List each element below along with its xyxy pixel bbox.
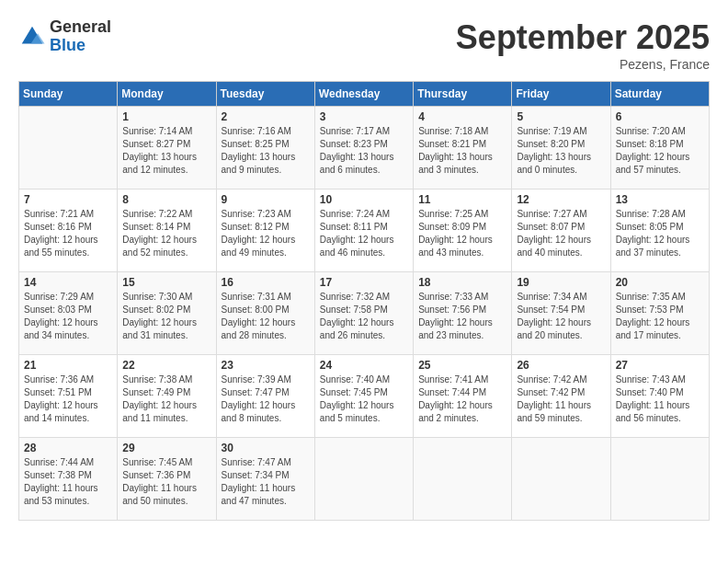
day-number: 28	[24, 442, 112, 454]
header-friday: Friday	[512, 82, 610, 107]
calendar-cell	[414, 438, 512, 521]
day-info: Sunrise: 7:32 AM Sunset: 7:58 PM Dayligh…	[320, 291, 408, 342]
day-number: 16	[222, 276, 310, 289]
day-info: Sunrise: 7:24 AM Sunset: 8:11 PM Dayligh…	[320, 208, 408, 259]
day-info: Sunrise: 7:25 AM Sunset: 8:09 PM Dayligh…	[418, 208, 506, 259]
header-row: SundayMondayTuesdayWednesdayThursdayFrid…	[19, 82, 710, 107]
header-thursday: Thursday	[414, 82, 512, 107]
calendar-cell: 25Sunrise: 7:41 AM Sunset: 7:44 PM Dayli…	[414, 355, 512, 438]
calendar-cell: 24Sunrise: 7:40 AM Sunset: 7:45 PM Dayli…	[314, 355, 413, 438]
calendar-cell: 26Sunrise: 7:42 AM Sunset: 7:42 PM Dayli…	[512, 355, 610, 438]
header-saturday: Saturday	[610, 82, 709, 107]
day-number: 13	[616, 193, 704, 206]
calendar-cell: 7Sunrise: 7:21 AM Sunset: 8:16 PM Daylig…	[19, 190, 118, 272]
day-info: Sunrise: 7:22 AM Sunset: 8:14 PM Dayligh…	[122, 208, 210, 259]
calendar-cell: 20Sunrise: 7:35 AM Sunset: 7:53 PM Dayli…	[610, 272, 709, 355]
calendar-cell: 4Sunrise: 7:18 AM Sunset: 8:21 PM Daylig…	[414, 107, 512, 190]
day-info: Sunrise: 7:43 AM Sunset: 7:40 PM Dayligh…	[616, 373, 704, 425]
calendar-cell	[314, 438, 413, 521]
calendar-cell	[19, 107, 118, 190]
day-info: Sunrise: 7:14 AM Sunset: 8:27 PM Dayligh…	[122, 125, 210, 177]
day-number: 22	[122, 359, 210, 372]
page-header: General Blue September 2025 Pezens, Fran…	[18, 18, 710, 72]
calendar-cell: 15Sunrise: 7:30 AM Sunset: 8:02 PM Dayli…	[118, 272, 216, 355]
day-number: 26	[517, 359, 605, 372]
day-number: 23	[222, 359, 310, 372]
calendar-cell: 13Sunrise: 7:28 AM Sunset: 8:05 PM Dayli…	[610, 190, 709, 272]
day-number: 12	[517, 193, 605, 206]
location: Pezens, France	[456, 57, 710, 72]
calendar-cell: 9Sunrise: 7:23 AM Sunset: 8:12 PM Daylig…	[216, 190, 314, 272]
day-number: 9	[222, 193, 310, 206]
day-info: Sunrise: 7:16 AM Sunset: 8:25 PM Dayligh…	[222, 125, 310, 177]
day-info: Sunrise: 7:23 AM Sunset: 8:12 PM Dayligh…	[222, 208, 310, 259]
calendar-table: SundayMondayTuesdayWednesdayThursdayFrid…	[18, 81, 710, 521]
header-tuesday: Tuesday	[216, 82, 314, 107]
day-info: Sunrise: 7:21 AM Sunset: 8:16 PM Dayligh…	[24, 208, 112, 259]
calendar-cell: 29Sunrise: 7:45 AM Sunset: 7:36 PM Dayli…	[118, 438, 216, 521]
calendar-cell: 6Sunrise: 7:20 AM Sunset: 8:18 PM Daylig…	[610, 107, 709, 190]
day-number: 17	[320, 276, 408, 289]
day-info: Sunrise: 7:31 AM Sunset: 8:00 PM Dayligh…	[222, 291, 310, 342]
day-info: Sunrise: 7:19 AM Sunset: 8:20 PM Dayligh…	[517, 125, 605, 177]
calendar-cell: 12Sunrise: 7:27 AM Sunset: 8:07 PM Dayli…	[512, 190, 610, 272]
day-number: 7	[24, 193, 112, 206]
calendar-cell: 23Sunrise: 7:39 AM Sunset: 7:47 PM Dayli…	[216, 355, 314, 438]
calendar-cell	[610, 438, 709, 521]
calendar-cell: 27Sunrise: 7:43 AM Sunset: 7:40 PM Dayli…	[610, 355, 709, 438]
day-info: Sunrise: 7:33 AM Sunset: 7:56 PM Dayligh…	[418, 291, 506, 342]
day-number: 4	[418, 110, 506, 123]
day-number: 27	[616, 359, 704, 372]
day-info: Sunrise: 7:27 AM Sunset: 8:07 PM Dayligh…	[517, 208, 605, 259]
week-row-5: 28Sunrise: 7:44 AM Sunset: 7:38 PM Dayli…	[19, 438, 710, 521]
day-number: 11	[418, 193, 506, 206]
logo-blue-text: Blue	[50, 37, 111, 55]
day-number: 8	[122, 193, 210, 206]
day-number: 20	[616, 276, 704, 289]
logo: General Blue	[18, 18, 111, 55]
day-info: Sunrise: 7:34 AM Sunset: 7:54 PM Dayligh…	[517, 291, 605, 342]
calendar-cell: 8Sunrise: 7:22 AM Sunset: 8:14 PM Daylig…	[118, 190, 216, 272]
day-number: 6	[616, 110, 704, 123]
day-number: 19	[517, 276, 605, 289]
day-info: Sunrise: 7:35 AM Sunset: 7:53 PM Dayligh…	[616, 291, 704, 342]
header-monday: Monday	[118, 82, 216, 107]
day-info: Sunrise: 7:42 AM Sunset: 7:42 PM Dayligh…	[517, 373, 605, 425]
day-number: 25	[418, 359, 506, 372]
day-number: 2	[222, 110, 310, 123]
day-number: 30	[222, 442, 310, 454]
calendar-cell: 1Sunrise: 7:14 AM Sunset: 8:27 PM Daylig…	[118, 107, 216, 190]
day-info: Sunrise: 7:30 AM Sunset: 8:02 PM Dayligh…	[122, 291, 210, 342]
logo-icon	[18, 23, 46, 51]
week-row-3: 14Sunrise: 7:29 AM Sunset: 8:03 PM Dayli…	[19, 272, 710, 355]
week-row-2: 7Sunrise: 7:21 AM Sunset: 8:16 PM Daylig…	[19, 190, 710, 272]
day-number: 5	[517, 110, 605, 123]
day-info: Sunrise: 7:45 AM Sunset: 7:36 PM Dayligh…	[122, 456, 210, 508]
month-title: September 2025	[456, 18, 710, 57]
day-number: 21	[24, 359, 112, 372]
day-info: Sunrise: 7:39 AM Sunset: 7:47 PM Dayligh…	[222, 373, 310, 425]
day-number: 18	[418, 276, 506, 289]
calendar-cell: 11Sunrise: 7:25 AM Sunset: 8:09 PM Dayli…	[414, 190, 512, 272]
day-info: Sunrise: 7:40 AM Sunset: 7:45 PM Dayligh…	[320, 373, 408, 425]
day-info: Sunrise: 7:41 AM Sunset: 7:44 PM Dayligh…	[418, 373, 506, 425]
calendar-cell: 10Sunrise: 7:24 AM Sunset: 8:11 PM Dayli…	[314, 190, 413, 272]
day-info: Sunrise: 7:29 AM Sunset: 8:03 PM Dayligh…	[24, 291, 112, 342]
calendar-cell: 17Sunrise: 7:32 AM Sunset: 7:58 PM Dayli…	[314, 272, 413, 355]
logo-general-text: General	[50, 18, 111, 37]
calendar-cell: 14Sunrise: 7:29 AM Sunset: 8:03 PM Dayli…	[19, 272, 118, 355]
day-info: Sunrise: 7:20 AM Sunset: 8:18 PM Dayligh…	[616, 125, 704, 177]
calendar-cell: 22Sunrise: 7:38 AM Sunset: 7:49 PM Dayli…	[118, 355, 216, 438]
calendar-cell: 19Sunrise: 7:34 AM Sunset: 7:54 PM Dayli…	[512, 272, 610, 355]
calendar-cell	[512, 438, 610, 521]
day-number: 10	[320, 193, 408, 206]
calendar-cell: 18Sunrise: 7:33 AM Sunset: 7:56 PM Dayli…	[414, 272, 512, 355]
calendar-cell: 5Sunrise: 7:19 AM Sunset: 8:20 PM Daylig…	[512, 107, 610, 190]
day-info: Sunrise: 7:36 AM Sunset: 7:51 PM Dayligh…	[24, 373, 112, 425]
header-wednesday: Wednesday	[314, 82, 413, 107]
day-number: 3	[320, 110, 408, 123]
day-number: 1	[122, 110, 210, 123]
day-info: Sunrise: 7:28 AM Sunset: 8:05 PM Dayligh…	[616, 208, 704, 259]
calendar-cell: 28Sunrise: 7:44 AM Sunset: 7:38 PM Dayli…	[19, 438, 118, 521]
calendar-cell: 3Sunrise: 7:17 AM Sunset: 8:23 PM Daylig…	[314, 107, 413, 190]
